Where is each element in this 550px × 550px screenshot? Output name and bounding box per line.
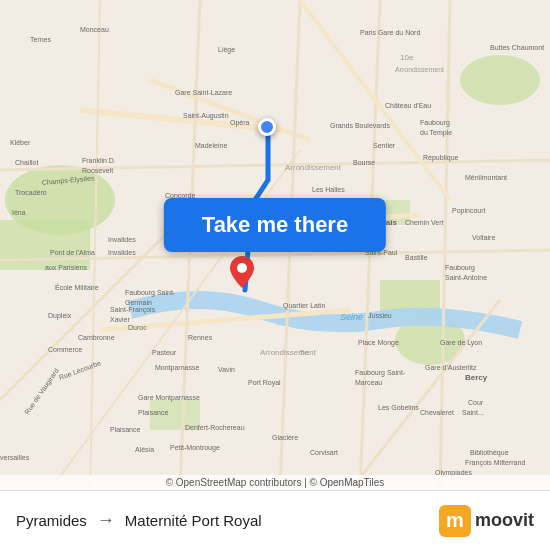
svg-text:Ternes: Ternes: [30, 36, 52, 43]
moovit-logo: m moovit: [439, 505, 534, 537]
svg-text:Trocadéro: Trocadéro: [15, 189, 47, 196]
svg-text:Vavin: Vavin: [218, 366, 235, 373]
svg-text:Saint...: Saint...: [462, 409, 484, 416]
svg-text:Duroc: Duroc: [128, 324, 147, 331]
route-info: Pyramides → Maternité Port Royal: [16, 510, 262, 531]
svg-text:Seine: Seine: [340, 312, 363, 322]
svg-text:Xavier: Xavier: [110, 316, 131, 323]
svg-text:Opéra: Opéra: [230, 119, 250, 127]
svg-text:Bibliothèque: Bibliothèque: [470, 449, 509, 457]
svg-text:Plaisance: Plaisance: [110, 426, 140, 433]
svg-text:Pasteur: Pasteur: [152, 349, 177, 356]
svg-text:versailles: versailles: [0, 454, 30, 461]
map-attribution: © OpenStreetMap contributors | © OpenMap…: [0, 475, 550, 490]
bottom-bar: Pyramides → Maternité Port Royal m moovi…: [0, 490, 550, 550]
svg-text:Alésia: Alésia: [135, 446, 154, 453]
svg-text:Arrondissement: Arrondissement: [285, 163, 342, 172]
svg-text:Saint-Antoine: Saint-Antoine: [445, 274, 487, 281]
svg-text:Faubourg: Faubourg: [445, 264, 475, 272]
svg-text:République: République: [423, 154, 459, 162]
svg-text:Saint-Augustin: Saint-Augustin: [183, 112, 229, 120]
svg-text:Sentier: Sentier: [373, 142, 396, 149]
svg-text:Commerce: Commerce: [48, 346, 82, 353]
svg-text:Faubourg: Faubourg: [420, 119, 450, 127]
svg-text:du Temple: du Temple: [420, 129, 452, 137]
svg-text:Les Gobelins: Les Gobelins: [378, 404, 419, 411]
svg-text:Quartier Latin: Quartier Latin: [283, 302, 326, 310]
svg-text:Gare Montparnasse: Gare Montparnasse: [138, 394, 200, 402]
svg-text:Popincourt: Popincourt: [452, 207, 486, 215]
svg-text:Plaisance: Plaisance: [138, 409, 168, 416]
svg-text:Dupleix: Dupleix: [48, 312, 72, 320]
svg-text:Chaillot: Chaillot: [15, 159, 38, 166]
svg-text:Voltaire: Voltaire: [472, 234, 495, 241]
svg-text:Les Halles: Les Halles: [312, 186, 345, 193]
svg-text:Jussieu: Jussieu: [368, 312, 392, 319]
svg-text:Gare de Lyon: Gare de Lyon: [440, 339, 482, 347]
svg-text:Germain: Germain: [125, 299, 152, 306]
svg-text:Chemin Vert: Chemin Vert: [405, 219, 444, 226]
svg-text:Cambronne: Cambronne: [78, 334, 115, 341]
svg-text:Ménilmontant: Ménilmontant: [465, 174, 507, 181]
svg-text:Gare d'Austerlitz: Gare d'Austerlitz: [425, 364, 477, 371]
svg-text:Denfert-Rochereau: Denfert-Rochereau: [185, 424, 245, 431]
svg-text:Cour: Cour: [468, 399, 484, 406]
svg-text:Arrondissement: Arrondissement: [260, 348, 317, 357]
svg-rect-2: [0, 220, 90, 270]
svg-text:Invalides: Invalides: [108, 236, 136, 243]
svg-text:Liège: Liège: [218, 46, 235, 54]
svg-text:Roosevelt: Roosevelt: [82, 167, 113, 174]
svg-text:Petit-Montrouge: Petit-Montrouge: [170, 444, 220, 452]
svg-text:Monceau: Monceau: [80, 26, 109, 33]
take-me-there-button[interactable]: Take me there: [164, 198, 386, 252]
svg-text:Pont de l'Alma: Pont de l'Alma: [50, 249, 95, 256]
svg-text:Grands Boulevards: Grands Boulevards: [330, 122, 390, 129]
svg-text:Chevaleret: Chevaleret: [420, 409, 454, 416]
svg-text:École Militaire: École Militaire: [55, 283, 99, 291]
svg-text:aux Parisiens: aux Parisiens: [45, 264, 88, 271]
svg-text:Place Monge: Place Monge: [358, 339, 399, 347]
svg-text:Bastille: Bastille: [405, 254, 428, 261]
svg-point-7: [460, 55, 540, 105]
svg-text:Saint-François: Saint-François: [110, 306, 156, 314]
svg-text:Glacière: Glacière: [272, 434, 298, 441]
svg-text:Bercy: Bercy: [465, 373, 488, 382]
svg-text:Buttes Chaumont: Buttes Chaumont: [490, 44, 544, 51]
svg-text:Corvisart: Corvisart: [310, 449, 338, 456]
moovit-m-icon: m: [439, 505, 471, 537]
destination-label: Maternité Port Royal: [125, 512, 262, 529]
svg-text:Château d'Eau: Château d'Eau: [385, 102, 431, 109]
svg-text:Port Royal: Port Royal: [248, 379, 281, 387]
moovit-wordmark: moovit: [475, 510, 534, 531]
origin-label: Pyramides: [16, 512, 87, 529]
destination-marker: [230, 256, 254, 292]
svg-text:Faubourg Saint-: Faubourg Saint-: [355, 369, 406, 377]
svg-text:Gare Saint-Lazare: Gare Saint-Lazare: [175, 89, 232, 96]
origin-marker: [258, 118, 276, 136]
svg-text:Franklin D.: Franklin D.: [82, 157, 116, 164]
svg-point-96: [237, 263, 247, 273]
svg-text:Paris Gare du Nord: Paris Gare du Nord: [360, 29, 420, 36]
svg-text:Marceau: Marceau: [355, 379, 382, 386]
svg-text:Bourse: Bourse: [353, 159, 375, 166]
svg-text:Faubourg Saint-: Faubourg Saint-: [125, 289, 176, 297]
map-container: Champs-Elysées Opéra Invalides Invalides…: [0, 0, 550, 490]
svg-text:Iéna: Iéna: [12, 209, 26, 216]
svg-text:François Mitterrand: François Mitterrand: [465, 459, 525, 467]
svg-text:10e: 10e: [400, 53, 414, 62]
arrow-icon: →: [97, 510, 115, 531]
svg-text:Arrondissement: Arrondissement: [395, 66, 444, 73]
svg-text:Montparnasse: Montparnasse: [155, 364, 199, 372]
svg-text:Rennes: Rennes: [188, 334, 213, 341]
svg-text:Invalides: Invalides: [108, 249, 136, 256]
svg-text:Kléber: Kléber: [10, 139, 31, 146]
svg-text:Madeleine: Madeleine: [195, 142, 227, 149]
